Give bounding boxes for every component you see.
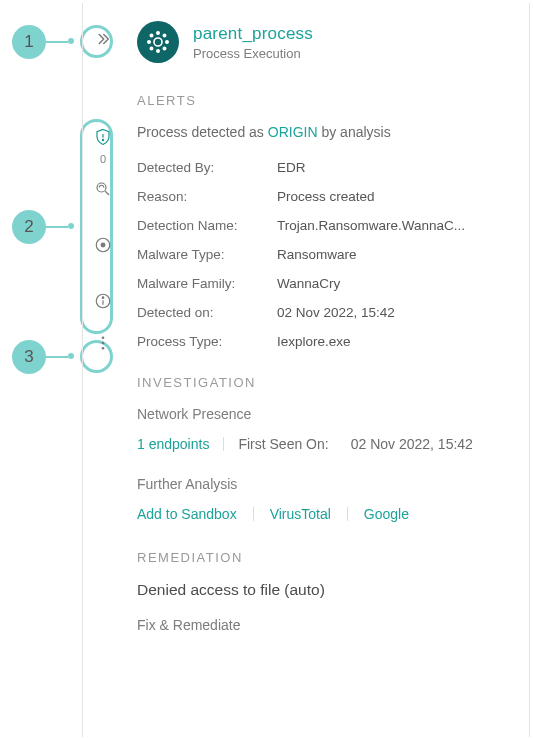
svg-point-13 (157, 32, 159, 34)
divider (223, 437, 224, 451)
table-row: Detected on:02 Nov 2022, 15:42 (137, 305, 509, 320)
alerts-button[interactable] (89, 123, 117, 151)
kv-value: EDR (277, 160, 306, 175)
remediation-section-title: REMEDIATION (137, 550, 509, 565)
further-analysis-label: Further Analysis (137, 476, 509, 492)
fix-remediate-label: Fix & Remediate (137, 617, 509, 633)
callout-badge-1: 1 (12, 25, 46, 59)
svg-point-17 (150, 34, 152, 36)
kv-value: Ransomware (277, 247, 357, 262)
divider (347, 507, 348, 521)
svg-point-8 (102, 297, 104, 299)
kv-key: Detected on: (137, 305, 277, 320)
shield-alert-icon (94, 128, 112, 146)
network-presence-row: 1 endpoints First Seen On: 02 Nov 2022, … (137, 436, 509, 452)
svg-point-5 (101, 243, 105, 247)
kv-value: Trojan.Ransomware.WannaC... (277, 218, 465, 233)
svg-point-20 (163, 47, 165, 49)
kv-value: Process created (277, 189, 375, 204)
process-subtitle: Process Execution (193, 46, 313, 61)
first-seen-value: 02 Nov 2022, 15:42 (351, 436, 473, 452)
kv-key: Detected By: (137, 160, 277, 175)
table-row: Detection Name:Trojan.Ransomware.WannaC.… (137, 218, 509, 233)
alerts-section: ALERTS Process detected as ORIGIN by ana… (137, 93, 509, 349)
virustotal-link[interactable]: VirusTotal (270, 506, 331, 522)
svg-point-15 (148, 41, 150, 43)
kebab-menu-icon (94, 334, 112, 352)
add-to-sandbox-link[interactable]: Add to Sandbox (137, 506, 237, 522)
callout-dot (68, 353, 74, 359)
info-icon (94, 292, 112, 310)
svg-point-11 (102, 347, 105, 350)
kv-key: Malware Family: (137, 276, 277, 291)
svg-point-16 (166, 41, 168, 43)
svg-point-1 (102, 139, 103, 140)
panel-content: parent_process Process Execution ALERTS … (123, 3, 529, 737)
process-avatar (137, 21, 179, 63)
analysis-links-row: Add to Sandbox VirusTotal Google (137, 506, 509, 522)
investigation-section: INVESTIGATION Network Presence 1 endpoin… (137, 375, 509, 522)
endpoints-link[interactable]: 1 endpoints (137, 436, 209, 452)
kv-value: WannaCry (277, 276, 340, 291)
callout-dot (68, 223, 74, 229)
google-link[interactable]: Google (364, 506, 409, 522)
eye-target-icon (94, 236, 112, 254)
svg-point-18 (163, 34, 165, 36)
alerts-section-title: ALERTS (137, 93, 509, 108)
svg-point-9 (102, 336, 105, 339)
details-panel: 0 (82, 3, 530, 737)
divider (253, 507, 254, 521)
svg-line-3 (105, 191, 109, 195)
process-header: parent_process Process Execution (137, 21, 509, 63)
alert-summary: Process detected as ORIGIN by analysis (137, 124, 509, 140)
svg-point-10 (102, 342, 105, 345)
callouts-column: 1 2 3 (0, 0, 82, 740)
kv-key: Detection Name: (137, 218, 277, 233)
panel-sidebar: 0 (83, 3, 123, 737)
alert-summary-suffix: by analysis (318, 124, 391, 140)
callout-connector (46, 226, 68, 228)
process-title: parent_process (193, 24, 313, 44)
investigate-button[interactable] (89, 175, 117, 203)
svg-point-2 (97, 183, 106, 192)
kv-value: Iexplore.exe (277, 334, 351, 349)
origin-link[interactable]: ORIGIN (268, 124, 318, 140)
first-seen-label: First Seen On: (238, 436, 328, 452)
chevron-double-right-icon (94, 30, 112, 48)
table-row: Malware Type:Ransomware (137, 247, 509, 262)
table-row: Process Type:Iexplore.exe (137, 334, 509, 349)
process-node-icon (146, 30, 170, 54)
svg-point-19 (150, 47, 152, 49)
svg-point-12 (154, 38, 162, 46)
callout-connector (46, 356, 68, 358)
search-scan-icon (94, 180, 112, 198)
table-row: Detected By:EDR (137, 160, 509, 175)
callout-badge-2: 2 (12, 210, 46, 244)
remediation-section: REMEDIATION Denied access to file (auto)… (137, 550, 509, 633)
table-row: Malware Family:WannaCry (137, 276, 509, 291)
info-button[interactable] (89, 287, 117, 315)
more-actions-button[interactable] (89, 329, 117, 357)
investigation-section-title: INVESTIGATION (137, 375, 509, 390)
table-row: Reason:Process created (137, 189, 509, 204)
kv-key: Malware Type: (137, 247, 277, 262)
alerts-count: 0 (100, 153, 106, 165)
kv-value: 02 Nov 2022, 15:42 (277, 305, 395, 320)
callout-connector (46, 41, 68, 43)
remediation-message: Denied access to file (auto) (137, 581, 509, 599)
callout-badge-3: 3 (12, 340, 46, 374)
callout-dot (68, 38, 74, 44)
svg-point-14 (157, 50, 159, 52)
visibility-button[interactable] (89, 231, 117, 259)
collapse-button[interactable] (89, 25, 117, 53)
kv-key: Process Type: (137, 334, 277, 349)
alert-summary-prefix: Process detected as (137, 124, 268, 140)
kv-key: Reason: (137, 189, 277, 204)
network-presence-label: Network Presence (137, 406, 509, 422)
